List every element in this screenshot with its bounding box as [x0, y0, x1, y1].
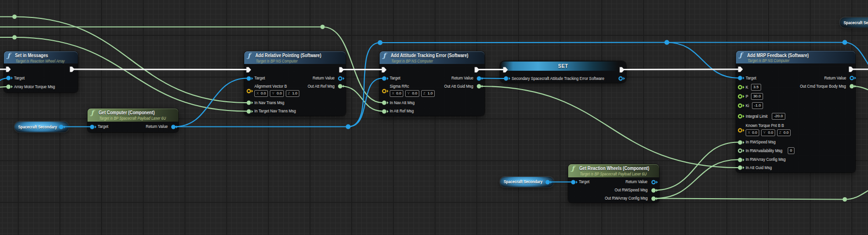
add-attitude-tracking-error[interactable]: ƒAdd Attitude Tracking Error (Software)T… [380, 51, 485, 116]
vector-y-field[interactable]: Y0.0 [270, 90, 283, 97]
object-pin-connected[interactable] [6, 75, 14, 81]
object-pin-connected[interactable] [571, 179, 578, 185]
message-pin-connected[interactable] [246, 109, 254, 114]
pin-label: Target [746, 76, 756, 81]
vector-z-field[interactable]: Z1.0 [286, 90, 299, 97]
object-pin-unconnected[interactable] [618, 76, 626, 81]
node-header[interactable]: ƒAdd Attitude Tracking Error (Software)T… [380, 51, 485, 64]
float-pin-unconnected[interactable] [737, 94, 745, 99]
value-field[interactable]: 30.0 [751, 93, 764, 100]
spacecraft-secondary-var-2[interactable]: Spacecraft Secondary [500, 177, 554, 187]
exec-pin[interactable] [382, 67, 387, 73]
exec-pin[interactable] [339, 67, 344, 73]
vector-x-field[interactable]: X0.0 [390, 90, 403, 97]
function-icon: ƒ [572, 165, 574, 172]
pin-label: In RWSpeed Msg [746, 140, 776, 145]
pin-label: In RWAvailability Msg [746, 148, 782, 153]
exec-pin[interactable] [246, 67, 251, 73]
exec-pin[interactable] [738, 66, 743, 72]
node-header[interactable]: ƒSet in MessagesTarget is Reaction Wheel… [4, 51, 78, 63]
message-pin-connected[interactable] [651, 188, 659, 193]
exec-pin[interactable] [849, 66, 854, 72]
node-header[interactable]: ƒGet Computer (Component)Target is BP Sp… [88, 109, 178, 122]
node-subtitle: Target is BP NS Computer [391, 59, 433, 63]
get-reaction-wheels[interactable]: ƒGet Reaction Wheels (Component)Target i… [568, 164, 659, 203]
object-pin-unconnected[interactable] [849, 75, 857, 81]
object-pin-connected[interactable] [246, 76, 254, 81]
message-pin-connected[interactable] [6, 84, 14, 90]
message-pin-connected[interactable] [651, 196, 659, 202]
blueprint-graph-canvas[interactable]: ƒSet in MessagesTarget is Reaction Wheel… [0, 0, 868, 235]
node-header[interactable]: ƒGet Reaction Wheels (Component)Target i… [568, 164, 659, 177]
vector-pin-unconnected[interactable] [737, 127, 745, 133]
object-pin-connected[interactable] [382, 76, 389, 81]
get-computer[interactable]: ƒGet Computer (Component)Target is BP Sp… [88, 109, 178, 133]
value-field[interactable]: 3.5 [751, 84, 761, 91]
value-field[interactable]: 0 [788, 147, 794, 154]
pin-label: Target [14, 76, 25, 81]
object-pin-connected[interactable] [89, 124, 97, 130]
float-pin-unconnected[interactable] [737, 84, 745, 90]
message-pin-connected[interactable] [737, 157, 745, 163]
set-in-messages[interactable]: ƒSet in MessagesTarget is Reaction Wheel… [4, 51, 78, 93]
value-field[interactable]: -20.0 [772, 113, 785, 120]
exec-pin[interactable] [70, 66, 75, 72]
pin-label: Integral Limit [746, 114, 767, 119]
vector-z-field[interactable]: Z0.0 [777, 129, 791, 136]
message-pin-connected[interactable] [476, 83, 484, 89]
message-pin-connected[interactable] [849, 83, 857, 89]
variable-name: Spacecraft Secondary [843, 20, 868, 25]
node-title: Get Computer (Component) [99, 110, 155, 115]
float-pin-unconnected[interactable] [737, 113, 745, 119]
spacecraft-secondary-var-3[interactable]: Spacecraft Secondary [840, 17, 868, 28]
message-pin-unconnected[interactable] [737, 148, 745, 154]
object-pin-connected[interactable] [476, 76, 484, 81]
pin-label: In Att Guid Msg [746, 165, 772, 171]
pin-label: In Nav Att Msg [390, 100, 414, 106]
vector-x-field[interactable]: X0.0 [254, 90, 268, 97]
set-node-title: SET [500, 63, 626, 69]
pin-label: Out RWArray Config Msg [604, 196, 647, 201]
exec-pin[interactable] [6, 66, 11, 72]
object-pin-connected[interactable] [503, 76, 511, 81]
axis-value: 0.0 [277, 91, 282, 96]
vector-pin-unconnected[interactable] [246, 88, 254, 94]
node-subtitle: Target is BP Spacecraft Payload Laser 6U [580, 172, 647, 176]
axis-letter: X [392, 91, 394, 96]
vector-x-field[interactable]: X0.0 [746, 129, 759, 136]
message-pin-connected[interactable] [382, 109, 389, 114]
node-header[interactable]: ƒAdd Relative Pointing (Software)Target … [244, 51, 346, 64]
exec-pin[interactable] [474, 67, 480, 73]
object-pin-connected[interactable] [545, 179, 553, 185]
exec-pin[interactable] [503, 67, 508, 73]
pin-label: In Target Nav Trans Msg [254, 109, 296, 114]
node-header[interactable]: ƒAdd MRP Feedback (Software)Target is BP… [736, 51, 855, 63]
vector-y-field[interactable]: Y0.0 [761, 129, 775, 136]
message-pin-connected[interactable] [338, 83, 345, 89]
axis-letter: Y [408, 91, 410, 96]
axis-letter: Z [779, 130, 781, 136]
add-mrp-feedback[interactable]: ƒAdd MRP Feedback (Software)Target is BP… [736, 51, 855, 172]
message-pin-connected[interactable] [246, 100, 254, 106]
pin-label: Out Cmd Torque Body Msg [800, 84, 846, 89]
object-pin-connected[interactable] [59, 124, 66, 130]
value-field[interactable]: -1.0 [752, 102, 764, 109]
axis-value: 0.0 [397, 91, 402, 96]
object-pin-unconnected[interactable] [651, 179, 659, 185]
spacecraft-secondary-var-1[interactable]: Spacecraft Secondary [15, 122, 69, 132]
message-pin-connected[interactable] [737, 165, 745, 171]
float-pin-unconnected[interactable] [737, 103, 745, 109]
object-pin-connected[interactable] [171, 124, 178, 130]
message-pin-connected[interactable] [737, 140, 745, 145]
message-pin-connected[interactable] [382, 100, 389, 106]
vector-y-field[interactable]: Y0.0 [405, 90, 419, 97]
exec-pin[interactable] [619, 67, 625, 73]
add-relative-pointing[interactable]: ƒAdd Relative Pointing (Software)Target … [244, 51, 346, 116]
vector-pin-unconnected[interactable] [382, 88, 389, 94]
object-pin-unconnected[interactable] [338, 76, 345, 81]
object-pin-connected[interactable] [737, 75, 745, 81]
vector-z-field[interactable]: Z1.0 [421, 90, 435, 97]
set-secondary-attitude-tracking[interactable]: SETSecondary Spacecraft Attitude Trackin… [500, 61, 626, 83]
pin-label: Out RWSpeed Msg [615, 188, 647, 193]
pin-label: In RWArray Config Msg [746, 157, 786, 162]
